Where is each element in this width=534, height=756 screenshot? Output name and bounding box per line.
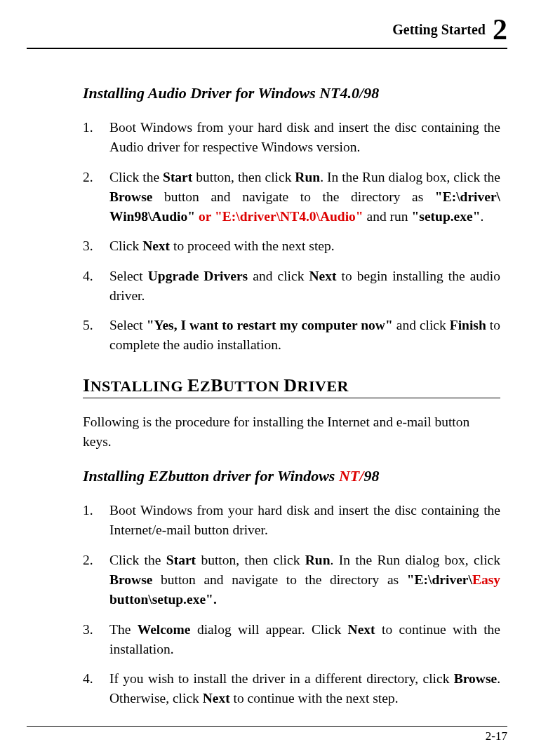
- text-run: to continue with the next step.: [230, 691, 399, 706]
- section-a-title: Installing Audio Driver for Windows NT4.…: [83, 84, 500, 102]
- text-run: Click: [109, 238, 142, 253]
- footer-rule: [27, 726, 507, 727]
- text-run: Browse: [109, 572, 152, 587]
- text-run: Boot Windows from your hard disk and ins…: [109, 503, 500, 537]
- text-run: Select: [109, 269, 148, 283]
- list-item: Click Next to proceed with the next step…: [83, 236, 500, 256]
- text-run: and click: [248, 269, 309, 283]
- text-run: .: [481, 209, 484, 224]
- list-item: Select "Yes, I want to restart my comput…: [83, 316, 500, 356]
- text-run: button, then click: [196, 553, 305, 567]
- subtitle-post: 98: [363, 467, 379, 485]
- text-run: Next: [309, 269, 336, 283]
- header-label: Getting Started: [392, 22, 486, 37]
- text-run: Next: [142, 238, 170, 253]
- section-b-subtitle: Installing EZbutton driver for Windows N…: [83, 467, 500, 485]
- text-run: and run: [363, 209, 412, 224]
- text-run: and click: [393, 318, 450, 332]
- text-run: . In the Run dialog box, click: [331, 553, 500, 567]
- list-item: Click the Start button, then click Run. …: [83, 551, 500, 610]
- list-item: Click the Start button, then click Run. …: [83, 168, 500, 227]
- text-run: Run: [295, 170, 320, 184]
- text-run: button and navigate to the directory as: [152, 572, 406, 587]
- text-run: button and navigate to the directory as: [152, 189, 434, 204]
- text-run: Upgrade Drivers: [148, 269, 248, 283]
- text-run: If you wish to install the driver in a d…: [109, 671, 454, 686]
- text-run: Click the: [109, 170, 163, 184]
- list-item: Boot Windows from your hard disk and ins…: [83, 501, 500, 541]
- text-run: "E:\driver\: [407, 572, 472, 587]
- list-item: The Welcome dialog will appear. Click Ne…: [83, 620, 500, 660]
- text-run: Start: [163, 170, 192, 184]
- text-run: Browse: [109, 189, 152, 204]
- text-run: Easy: [472, 572, 500, 587]
- text-run: or "E:\driver\NT4.0\Audio": [199, 209, 363, 224]
- text-run: button\setup.exe".: [109, 592, 217, 607]
- text-run: Welcome: [138, 622, 191, 637]
- text-run: . In the Run dialog box, click the: [320, 170, 500, 184]
- subtitle-red: NT/: [339, 467, 363, 485]
- text-run: Finish: [450, 318, 486, 332]
- text-run: Boot Windows from your hard disk and ins…: [109, 120, 500, 154]
- text-run: Start: [166, 553, 196, 567]
- section-b-heading: INSTALLING EZBUTTON DRIVER: [83, 375, 500, 398]
- text-run: "setup.exe": [411, 209, 480, 224]
- text-run: Run: [305, 553, 331, 567]
- text-run: Select: [109, 318, 147, 332]
- text-run: dialog will appear. Click: [191, 622, 348, 637]
- text-run: button, then click: [192, 170, 295, 184]
- text-run: Next: [348, 622, 375, 637]
- list-item: Boot Windows from your hard disk and ins…: [83, 118, 500, 158]
- page-header: Getting Started 2: [27, 13, 507, 49]
- text-run: Next: [203, 691, 230, 706]
- list-item: If you wish to install the driver in a d…: [83, 669, 500, 709]
- text-run: The: [109, 622, 138, 637]
- page-number: 2-17: [486, 729, 507, 743]
- section-b-intro: Following is the procedure for installin…: [83, 412, 500, 452]
- list-item: Select Upgrade Drivers and click Next to…: [83, 266, 500, 306]
- section-a-list: Boot Windows from your hard disk and ins…: [83, 118, 500, 356]
- subtitle-pre: Installing EZbutton driver for Windows: [83, 467, 339, 485]
- section-b-list: Boot Windows from your hard disk and ins…: [83, 501, 500, 708]
- text-run: Click the: [109, 553, 166, 567]
- title-text-pre: Installing Audio Driver for Windows NT4.…: [83, 84, 363, 102]
- header-chapter-number: 2: [493, 13, 507, 46]
- title-text-post: 98: [363, 84, 379, 102]
- page-content: Installing Audio Driver for Windows NT4.…: [27, 84, 507, 709]
- text-run: "Yes, I want to restart my computer now": [147, 318, 393, 332]
- text-run: Browse: [454, 671, 497, 686]
- text-run: to proceed with the next step.: [170, 238, 334, 253]
